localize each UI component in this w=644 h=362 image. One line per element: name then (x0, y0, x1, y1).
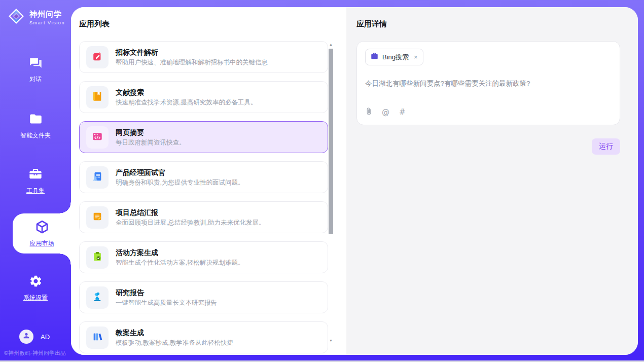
app-detail-title: 应用详情 (356, 19, 620, 29)
app-title: 活动方案生成 (116, 249, 244, 256)
user-account[interactable]: AD (19, 330, 50, 344)
sidebar-item-toolset[interactable]: 工具集 (0, 167, 71, 195)
app-card-event-plan[interactable]: 活动方案生成 智能生成个性化活动方案,轻松解决规划难题。 (79, 241, 328, 273)
app-desc: 模板驱动,教案秒成,教学准备从此轻松快捷 (116, 340, 233, 346)
briefcase-icon (371, 52, 378, 62)
app-title: 招标文件解析 (116, 49, 268, 56)
browser-code-icon (92, 131, 103, 144)
app-title: 网页摘要 (116, 129, 186, 136)
app-card-pm-interviewer[interactable]: 产品经理面试官 明确身份和职责,为您提供专业性的面试问题。 (79, 161, 328, 193)
brand-name: 神州问学 Smart Vision (29, 10, 65, 25)
toolbox-icon (28, 167, 43, 183)
app-icon-box (86, 286, 109, 309)
app-desc: 智能生成个性化活动方案,轻松解决规划难题。 (116, 260, 244, 266)
app-icon-box (86, 206, 109, 229)
hash-icon[interactable]: # (399, 108, 406, 116)
app-title: 项目总结汇报 (116, 209, 265, 216)
interview-icon (92, 171, 103, 184)
brand-logo: 神州问学 Smart Vision (7, 7, 65, 27)
app-icon-box (86, 166, 109, 189)
main-content: 应用列表 招标文件解析 帮助用户快速、准确地理解和解析招标书中的关键信息 (71, 7, 638, 355)
run-row: 运行 (356, 138, 620, 155)
app-detail-panel: 应用详情 Bing搜索 × 今日湖北有哪些新闻要点?有哪些需要关注的最新政策? … (346, 7, 638, 355)
paperclip-icon[interactable] (366, 107, 372, 118)
app-title: 产品经理面试官 (116, 169, 244, 176)
app-card-project-summary[interactable]: 项目总结汇报 全面回顾项目进展,总结经验教训,助力未来优化发展。 (79, 201, 328, 233)
clipboard-check-icon (92, 251, 103, 264)
app-icon-box (86, 46, 109, 68)
app-icon-box (86, 327, 109, 349)
app-title: 文献搜索 (116, 89, 257, 96)
app-icon-box (86, 246, 109, 269)
sidebar-item-label: 对话 (29, 75, 42, 84)
sidebar-item-settings[interactable]: 系统设置 (0, 274, 71, 302)
book-icon (92, 91, 103, 104)
app-list: 招标文件解析 帮助用户快速、准确地理解和解析招标书中的关键信息 文献搜索 快速精… (79, 41, 329, 355)
app-card-web-summary[interactable]: 网页摘要 每日政府新闻资讯快查。 (79, 121, 328, 153)
avatar (19, 330, 33, 344)
sidebar-item-label: 智能文件夹 (20, 131, 51, 140)
app-list-title: 应用列表 (79, 19, 346, 29)
sidebar-item-smart-folder[interactable]: 智能文件夹 (0, 112, 71, 140)
app-list-scrollbar: ▲ ▼ (328, 42, 334, 344)
app-card-literature-search[interactable]: 文献搜索 快速精准查找学术资源,提高研究效率的必备工具。 (79, 81, 328, 113)
scroll-up-icon[interactable]: ▲ (328, 42, 334, 48)
copyright-footer: ©神州数码·神州问学出品 (4, 350, 66, 357)
scroll-down-icon[interactable]: ▼ (328, 338, 334, 344)
app-card-bid-document-parse[interactable]: 招标文件解析 帮助用户快速、准确地理解和解析招标书中的关键信息 (79, 41, 328, 73)
input-toolbar: @ # (366, 107, 406, 118)
folder-icon (29, 112, 43, 128)
run-button[interactable]: 运行 (592, 138, 620, 155)
app-icon-box (86, 126, 109, 149)
app-card-lesson-plan[interactable]: 教案生成 模板驱动,教案秒成,教学准备从此轻松快捷 (79, 321, 328, 353)
app-card-research-report[interactable]: 研究报告 一键智能生成高质量长文本研究报告 (79, 281, 328, 313)
at-icon[interactable]: @ (382, 108, 389, 116)
scrollbar-thumb[interactable] (329, 49, 333, 234)
app-desc: 每日政府新闻资讯快查。 (116, 139, 186, 146)
books-icon (92, 331, 103, 344)
research-icon (92, 291, 103, 304)
query-input[interactable]: 今日湖北有哪些新闻要点?有哪些需要关注的最新政策? (365, 79, 612, 89)
sidebar-item-label: 系统设置 (23, 294, 48, 302)
diamond-logo-icon (7, 7, 25, 27)
sidebar-item-label: 工具集 (26, 187, 45, 195)
app-icon-box (86, 86, 109, 108)
plugin-tag-bing-search[interactable]: Bing搜索 × (365, 49, 423, 65)
app-desc: 全面回顾项目进展,总结经验教训,助力未来优化发展。 (116, 220, 265, 226)
note-icon (92, 211, 103, 224)
plugin-tag-label: Bing搜索 (382, 53, 409, 62)
cube-icon (34, 220, 50, 237)
user-name: AD (41, 333, 50, 341)
edit-document-icon (92, 51, 103, 64)
sidebar-item-app-market[interactable]: 应用市场 (13, 213, 71, 254)
person-icon (22, 332, 30, 342)
app-list-panel: 应用列表 招标文件解析 帮助用户快速、准确地理解和解析招标书中的关键信息 (71, 7, 346, 355)
close-icon[interactable]: × (414, 54, 418, 60)
gear-icon (29, 274, 43, 290)
app-desc: 帮助用户快速、准确地理解和解析招标书中的关键信息 (116, 59, 268, 66)
app-desc: 一键智能生成高质量长文本研究报告 (116, 300, 217, 306)
app-desc: 快速精准查找学术资源,提高研究效率的必备工具。 (116, 99, 257, 106)
sidebar-item-label: 应用市场 (30, 239, 54, 248)
sidebar-item-chat[interactable]: 对话 (0, 56, 71, 84)
app-title: 研究报告 (116, 289, 217, 296)
app-title: 教案生成 (116, 329, 233, 336)
app-desc: 明确身份和职责,为您提供专业性的面试问题。 (116, 179, 244, 186)
query-card: Bing搜索 × 今日湖北有哪些新闻要点?有哪些需要关注的最新政策? @ # (356, 41, 620, 125)
chat-icon (29, 56, 43, 71)
sidebar: 神州问学 Smart Vision 对话 智能文件夹 工具集 系统设置 (0, 0, 71, 362)
